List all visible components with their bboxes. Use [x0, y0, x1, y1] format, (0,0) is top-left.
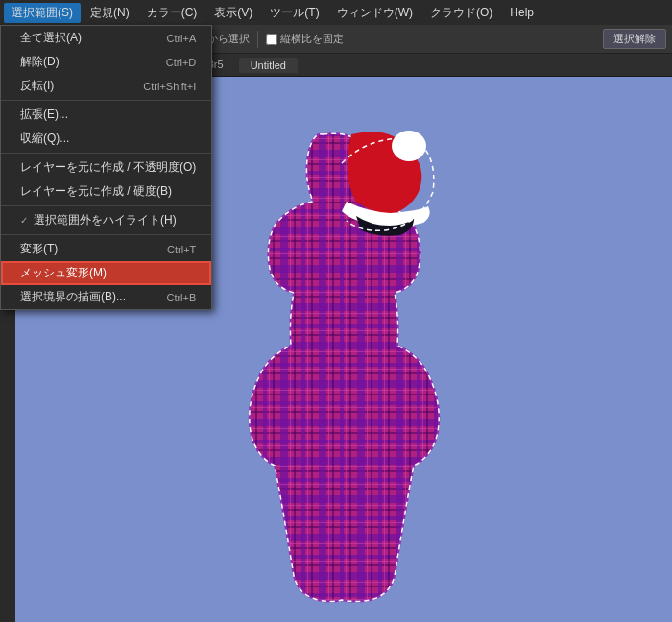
menu-draw-border[interactable]: 選択境界の描画(B)... Ctrl+B [1, 285, 211, 309]
menu-select-all[interactable]: 全て選択(A) Ctrl+A [1, 26, 211, 50]
menu-item-color[interactable]: カラー(C) [139, 3, 205, 23]
svg-point-16 [392, 131, 426, 161]
menu-transform[interactable]: 変形(T) Ctrl+T [1, 237, 211, 261]
menu-item-ruler[interactable]: 定規(N) [83, 3, 137, 23]
menu-mesh-transform[interactable]: メッシュ変形(M) [1, 261, 211, 285]
ratio-label: 縦横比を固定 [266, 32, 344, 46]
menu-item-tool[interactable]: ツール(T) [262, 3, 326, 23]
dropdown-overlay: 全て選択(A) Ctrl+A 解除(D) Ctrl+D 反転(I) Ctrl+S… [0, 25, 212, 310]
select-release-button[interactable]: 選択解除 [603, 29, 666, 49]
menu-item-cloud[interactable]: クラウド(O) [422, 3, 500, 23]
tab-untitled[interactable]: Untitled [239, 58, 298, 73]
menu-item-help[interactable]: Help [502, 4, 541, 21]
separator-3 [1, 205, 211, 206]
menu-layer-hardness[interactable]: レイヤーを元に作成 / 硬度(B) [1, 179, 211, 203]
menu-deselect[interactable]: 解除(D) Ctrl+D [1, 50, 211, 74]
menu-item-view[interactable]: 表示(V) [206, 3, 260, 23]
menu-expand[interactable]: 拡張(E)... [1, 103, 211, 127]
menu-item-window[interactable]: ウィンドウ(W) [329, 3, 420, 23]
separator-2 [1, 153, 211, 154]
separator-1 [1, 100, 211, 101]
menu-bar: 選択範囲(S) 定規(N) カラー(C) 表示(V) ツール(T) ウィンドウ(… [0, 0, 672, 25]
menu-layer-opacity[interactable]: レイヤーを元に作成 / 不透明度(O) [1, 156, 211, 179]
toolbar-separator-3 [257, 31, 258, 48]
check-icon: ✓ [20, 215, 34, 226]
menu-highlight-outside[interactable]: ✓ 選択範囲外をハイライト(H) [1, 208, 211, 232]
dropdown-menu: 全て選択(A) Ctrl+A 解除(D) Ctrl+D 反転(I) Ctrl+S… [0, 25, 212, 310]
menu-shrink[interactable]: 収縮(Q)... [1, 127, 211, 151]
ratio-text: 縦横比を固定 [280, 32, 344, 46]
separator-4 [1, 234, 211, 235]
ratio-checkbox[interactable] [266, 34, 277, 45]
menu-item-select[interactable]: 選択範囲(S) [4, 3, 81, 23]
menu-invert[interactable]: 反転(I) Ctrl+Shift+I [1, 74, 211, 98]
